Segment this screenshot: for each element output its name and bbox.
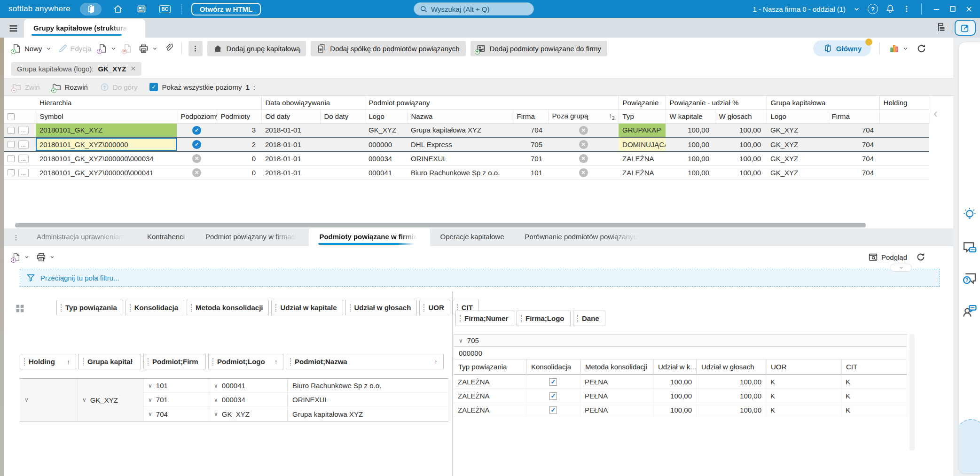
detail-refresh-button[interactable] xyxy=(916,252,926,262)
cell-logo[interactable]: ∨000041 xyxy=(209,379,288,393)
row-checkbox[interactable] xyxy=(8,141,15,148)
news-button[interactable] xyxy=(134,3,149,16)
column-holding-sub[interactable] xyxy=(879,109,929,123)
cell-firma[interactable]: ∨704 xyxy=(143,407,209,421)
cell-logo[interactable]: ∨000034 xyxy=(209,393,288,407)
konsolidacja-checkbox-checked[interactable]: ✓ xyxy=(549,392,557,400)
field-chip-konsolidacja[interactable]: Konsolidacja xyxy=(125,300,184,315)
document-info-button[interactable]: i xyxy=(97,42,118,55)
column-udzial-w-kapitale[interactable]: Udział w k... xyxy=(653,359,697,375)
tab-operacje[interactable]: Operacje kapitałowe xyxy=(430,228,515,246)
close-button[interactable] xyxy=(964,5,973,14)
edit-button[interactable]: Edycja xyxy=(57,42,93,55)
add-related-entities-button[interactable]: + Dodaj podmioty powiązane do firmy xyxy=(470,41,608,56)
expand-button[interactable]: ✓ Rozwiń xyxy=(52,83,88,92)
column-gk-logo[interactable]: Logo xyxy=(767,109,828,123)
panel-list-button[interactable] xyxy=(937,22,947,32)
filter-drop-zone[interactable]: Przeciągnij tu pola filtru... xyxy=(20,269,940,287)
chevron-down-icon[interactable]: ∨ xyxy=(214,411,218,417)
detail-document-info-button[interactable]: i xyxy=(11,251,31,264)
lightbulb-icon[interactable] xyxy=(963,207,977,221)
row-more-button[interactable]: … xyxy=(18,155,29,163)
maximize-button[interactable] xyxy=(949,5,957,13)
select-all-checkbox[interactable] xyxy=(8,113,15,120)
new-button[interactable]: + Nowy xyxy=(11,42,53,55)
group-cell-gk-xyz[interactable]: ∨GK_XYZ xyxy=(78,379,143,421)
delete-button[interactable]: ✕ xyxy=(122,42,133,55)
tab-grupy-kapitalowe[interactable]: Grupy kapitałowe (struktura) xyxy=(24,19,145,38)
row-more-button[interactable]: … xyxy=(18,126,29,134)
row-more-button[interactable]: … xyxy=(18,140,29,149)
row-checkbox[interactable] xyxy=(8,155,15,162)
collapse-panel-button[interactable] xyxy=(890,264,912,272)
collapse-columns-icon[interactable]: ‹ xyxy=(933,107,938,119)
tabs-menu-icon[interactable] xyxy=(12,234,20,242)
field-chip-udzial-w-glosach[interactable]: Udział w głosach xyxy=(345,300,417,315)
column-logo[interactable]: Logo xyxy=(365,109,407,123)
group-header[interactable]: Powiązanie - udział % xyxy=(666,96,767,109)
column-uor[interactable]: UOR xyxy=(766,359,841,375)
show-all-levels-toggle[interactable]: ✓ Pokaż wszystkie poziomy 1 : xyxy=(149,83,255,91)
group-header[interactable]: Holding xyxy=(879,96,929,109)
column-udzial-w-glosach[interactable]: Udział w głosach xyxy=(697,359,766,375)
cell-logo[interactable]: ∨GK_XYZ xyxy=(209,407,288,421)
share-button[interactable] xyxy=(955,20,976,36)
right-table-row[interactable]: ZALEŻNA ✓ PEŁNA 100,00 100,00 K K xyxy=(454,389,907,403)
konsolidacja-checkbox-checked[interactable]: ✓ xyxy=(549,378,557,386)
community-chat-icon[interactable] xyxy=(962,304,977,319)
bc-module-button[interactable]: BC xyxy=(158,3,172,16)
header-holding[interactable]: Holding↑ xyxy=(20,354,76,369)
chevron-down-icon[interactable] xyxy=(853,6,860,13)
feedback-chat-icon[interactable] xyxy=(962,241,977,256)
main-menu-button[interactable] xyxy=(8,23,18,33)
column-podpoziomy[interactable]: Podpoziomy xyxy=(177,109,217,123)
cell-nazwa[interactable]: Biuro Rachunkowe Sp z o.o. xyxy=(288,379,448,393)
tab-porownanie[interactable]: Porównanie podmiotów powiązanych xyxy=(515,228,651,246)
home-button[interactable] xyxy=(111,3,125,16)
tab-administracja[interactable]: Administracja uprawnieniami xyxy=(26,228,137,246)
column-podmioty[interactable]: Podmioty xyxy=(217,109,261,123)
global-search[interactable] xyxy=(414,2,534,16)
field-chip-uor[interactable]: UOR xyxy=(419,300,450,315)
holding-group-cell[interactable]: ∨ xyxy=(20,379,78,421)
search-input[interactable] xyxy=(431,5,520,13)
workspace-switcher-button[interactable] xyxy=(80,3,102,16)
print-button[interactable] xyxy=(138,42,159,55)
hierarchy-row-2-selected[interactable]: … 20180101_GK_XYZ\000000 ✓ 2 2018-01-01 … xyxy=(4,137,929,151)
chevron-down-icon[interactable]: ∨ xyxy=(148,397,152,403)
more-menu-button[interactable] xyxy=(902,5,911,13)
checkbox-checked-icon[interactable]: ✓ xyxy=(149,83,158,91)
company-selector[interactable]: 1 - Nasza firma 0 - oddział (1) xyxy=(753,5,846,13)
row-checkbox[interactable] xyxy=(8,127,15,134)
field-chip-typ-powiazania[interactable]: Typ powiązania xyxy=(56,300,123,315)
column-chip-firma-logo[interactable]: Firma;Logo↑ xyxy=(517,311,571,326)
tab-podmiot-powiazany[interactable]: Podmiot powiązany w firmach xyxy=(195,228,309,246)
header-grupa-kapitalowa[interactable]: Grupa kapitał↑ xyxy=(78,354,141,369)
chevron-down-icon[interactable]: ∨ xyxy=(459,337,463,344)
cell-firma[interactable]: ∨101 xyxy=(143,379,209,393)
tab-kontrahenci[interactable]: Kontrahenci xyxy=(137,228,195,246)
column-od-daty[interactable]: Od daty xyxy=(261,109,320,123)
pivot-grid-icon[interactable] xyxy=(15,304,25,313)
chevron-down-icon[interactable]: ∨ xyxy=(24,397,29,403)
column-typ[interactable]: Typ xyxy=(619,109,666,123)
help-button[interactable]: ? xyxy=(868,4,878,14)
column-chip-dane[interactable]: Dane xyxy=(573,311,605,326)
field-chip-metoda-konsolidacji[interactable]: Metoda konsolidacji xyxy=(187,300,269,315)
attachments-button[interactable] xyxy=(164,42,175,55)
column-nazwa[interactable]: Nazwa xyxy=(407,109,513,123)
hierarchy-row-3[interactable]: … 20180101_GK_XYZ\000000\000034 ✕ 0 2018… xyxy=(4,151,929,165)
detail-print-button[interactable] xyxy=(35,250,56,264)
column-poza-grupa[interactable]: Poza grupą↑2 xyxy=(548,109,619,123)
column-typ-powiazania[interactable]: Typ powiązania xyxy=(454,359,526,375)
vertical-scrollbar[interactable] xyxy=(909,334,915,451)
header-podmiot-nazwa[interactable]: Podmiot;Nazwa↑ xyxy=(286,354,444,369)
chart-view-button[interactable] xyxy=(888,42,909,55)
cell-firma[interactable]: ∨701 xyxy=(143,393,209,407)
header-podmiot-firma[interactable]: Podmiot;Firm↑ xyxy=(143,354,206,369)
collapse-button[interactable]: − Zwiń xyxy=(12,83,40,92)
chevron-down-icon[interactable]: ∨ xyxy=(148,382,152,389)
column-w-glosach[interactable]: W głosach xyxy=(715,109,767,123)
chevron-down-icon[interactable]: ∨ xyxy=(214,382,218,389)
preview-button[interactable]: Podgląd xyxy=(867,250,908,264)
